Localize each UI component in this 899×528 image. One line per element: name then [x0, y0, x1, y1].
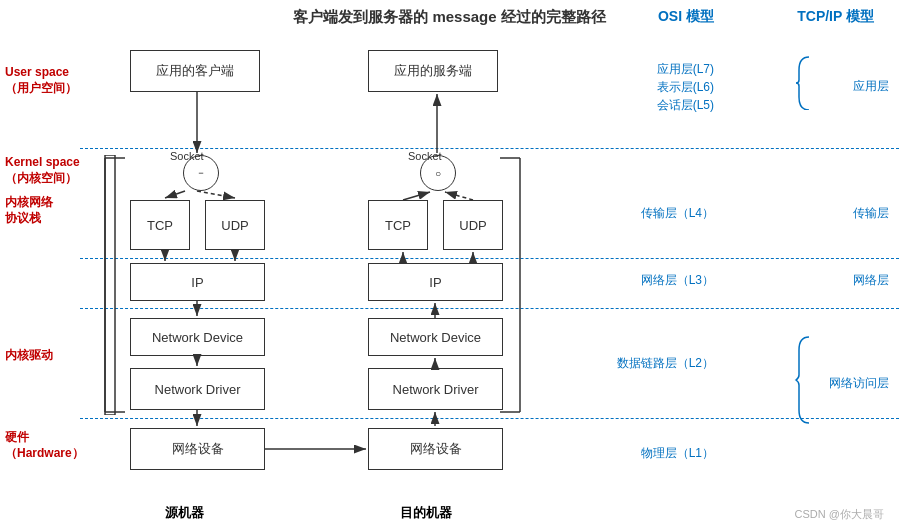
client-app-box: 应用的客户端 — [130, 50, 260, 92]
server-hardware-box: 网络设备 — [368, 428, 503, 470]
client-udp-box: UDP — [205, 200, 265, 250]
divider-transport-network — [80, 258, 899, 259]
label-user-space: User space（用户空间） — [5, 65, 80, 96]
server-ip-label: IP — [429, 275, 441, 290]
osi-datalink: 数据链路层（L2） — [617, 355, 714, 372]
server-udp-label: UDP — [459, 218, 486, 233]
client-net-driver-box: Network Driver — [130, 368, 265, 410]
tcpip-access: 网络访问层 — [829, 375, 889, 392]
osi-transport: 传输层（L4） — [641, 205, 714, 222]
server-tcp-box: TCP — [368, 200, 428, 250]
label-kernel-driver: 内核驱动 — [5, 348, 80, 364]
tcpip-transport: 传输层 — [853, 205, 889, 222]
server-net-driver-label: Network Driver — [393, 382, 479, 397]
server-ip-box: IP — [368, 263, 503, 301]
client-hardware-label: 网络设备 — [172, 440, 224, 458]
client-socket-label: Socket — [170, 150, 204, 162]
server-net-device-label: Network Device — [390, 330, 481, 345]
client-app-label: 应用的客户端 — [156, 62, 234, 80]
tcpip-network: 网络层 — [853, 272, 889, 289]
svg-line-18 — [445, 192, 473, 200]
client-net-driver-label: Network Driver — [155, 382, 241, 397]
client-udp-label: UDP — [221, 218, 248, 233]
label-kernel-space: Kernel space（内核空间） — [5, 155, 83, 186]
label-server-bottom: 目的机器 — [400, 504, 452, 522]
osi-app-l7: 应用层(L7) — [657, 60, 714, 78]
client-hardware-box: 网络设备 — [130, 428, 265, 470]
server-app-box: 应用的服务端 — [368, 50, 498, 92]
main-title: 客户端发到服务器的 message 经过的完整路径 — [0, 8, 899, 27]
svg-line-4 — [165, 191, 185, 198]
osi-app-l5: 会话层(L5) — [657, 96, 714, 114]
client-kernel-bracket — [100, 155, 120, 415]
brace-app — [794, 55, 814, 110]
server-tcp-label: TCP — [385, 218, 411, 233]
client-ip-box: IP — [130, 263, 265, 301]
server-hardware-label: 网络设备 — [410, 440, 462, 458]
svg-line-5 — [197, 191, 235, 198]
tcpip-app: 应用层 — [853, 78, 889, 95]
client-net-device-label: Network Device — [152, 330, 243, 345]
tcpip-header: TCP/IP 模型 — [797, 8, 874, 26]
osi-app-layers: 应用层(L7) 表示层(L6) 会话层(L5) — [657, 60, 714, 114]
client-tcp-box: TCP — [130, 200, 190, 250]
server-socket-label: Socket — [408, 150, 442, 162]
osi-physical: 物理层（L1） — [641, 445, 714, 462]
osi-header: OSI 模型 — [658, 8, 714, 26]
svg-rect-0 — [105, 155, 115, 415]
client-tcp-label: TCP — [147, 218, 173, 233]
server-udp-box: UDP — [443, 200, 503, 250]
divider-user-kernel — [80, 148, 899, 149]
osi-app-l6: 表示层(L6) — [657, 78, 714, 96]
label-kernel-net: 内核网络协议栈 — [5, 195, 80, 226]
page-container: 客户端发到服务器的 message 经过的完整路径 OSI 模型 TCP/IP … — [0, 0, 899, 528]
server-net-driver-box: Network Driver — [368, 368, 503, 410]
divider-network-datalink — [80, 308, 899, 309]
server-net-device-box: Network Device — [368, 318, 503, 356]
watermark: CSDN @你大晨哥 — [795, 507, 884, 522]
svg-line-17 — [403, 192, 430, 200]
server-app-label: 应用的服务端 — [394, 62, 472, 80]
osi-network: 网络层（L3） — [641, 272, 714, 289]
divider-driver-hardware — [80, 418, 899, 419]
brace-access — [794, 335, 814, 425]
client-net-device-box: Network Device — [130, 318, 265, 356]
label-hardware: 硬件（Hardware） — [5, 430, 90, 461]
label-client-bottom: 源机器 — [165, 504, 204, 522]
client-ip-label: IP — [191, 275, 203, 290]
